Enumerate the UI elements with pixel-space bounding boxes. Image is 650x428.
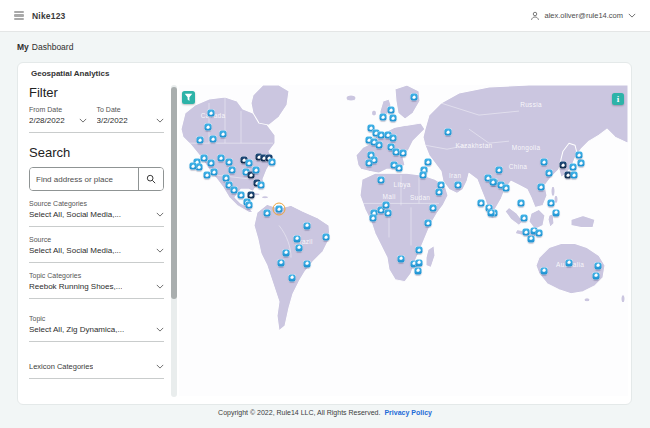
tweet-marker[interactable] — [197, 137, 204, 144]
lexicon-categories-select[interactable]: Lexicon Categories — [29, 362, 164, 371]
tweet-marker[interactable] — [390, 114, 397, 121]
tweet-marker[interactable] — [518, 200, 525, 207]
tweet-marker[interactable] — [246, 160, 253, 167]
tweet-marker[interactable] — [559, 162, 566, 169]
tweet-marker[interactable] — [523, 229, 530, 236]
tweet-marker[interactable] — [528, 235, 535, 242]
tweet-marker[interactable] — [223, 175, 230, 182]
map-info-button[interactable]: i — [612, 93, 624, 105]
tweet-marker[interactable] — [537, 184, 544, 191]
tweet-marker[interactable] — [496, 167, 503, 174]
tweet-marker[interactable] — [230, 187, 237, 194]
tweet-marker[interactable] — [520, 215, 527, 222]
tweet-marker[interactable] — [566, 259, 573, 266]
tweet-marker[interactable] — [419, 172, 426, 179]
tweet-marker[interactable] — [365, 160, 372, 167]
tweet-marker[interactable] — [303, 222, 310, 229]
tweet-marker[interactable] — [416, 247, 423, 254]
tweet-marker[interactable] — [294, 235, 301, 242]
tweet-marker[interactable] — [541, 159, 548, 166]
tweet-marker[interactable] — [189, 163, 196, 170]
tweet-marker[interactable] — [207, 160, 214, 167]
tweet-marker[interactable] — [387, 107, 394, 114]
tweet-marker[interactable] — [425, 220, 432, 227]
tweet-marker[interactable] — [289, 274, 296, 281]
tweet-marker[interactable] — [264, 210, 271, 217]
to-date-select[interactable]: 3/2/2022 — [97, 116, 165, 125]
tweet-marker[interactable] — [454, 182, 461, 189]
breadcrumb: My Dashboard — [17, 33, 73, 61]
tweet-marker[interactable] — [390, 135, 397, 142]
tweet-marker[interactable] — [258, 182, 265, 189]
tweet-marker[interactable] — [384, 210, 391, 217]
tweet-marker[interactable] — [276, 206, 283, 213]
tweet-marker[interactable] — [207, 109, 214, 116]
topic-select[interactable]: Select All, Zig Dynamica,... — [29, 325, 164, 334]
tweet-marker[interactable] — [379, 114, 386, 121]
tweet-marker[interactable] — [414, 267, 421, 274]
tweet-marker[interactable] — [205, 123, 212, 130]
tweet-marker[interactable] — [397, 255, 404, 262]
tweet-marker[interactable] — [392, 149, 399, 156]
tweet-marker[interactable] — [570, 164, 577, 171]
tweet-marker[interactable] — [252, 167, 259, 174]
tweet-marker[interactable] — [536, 230, 543, 237]
tweet-marker[interactable] — [400, 150, 407, 157]
user-menu[interactable]: alex.oliver@rule14.com — [530, 11, 636, 21]
tweet-marker[interactable] — [203, 172, 210, 179]
tweet-marker[interactable] — [246, 202, 253, 209]
tweet-marker[interactable] — [210, 136, 217, 143]
tweet-marker[interactable] — [303, 260, 310, 267]
tweet-marker[interactable] — [220, 131, 227, 138]
tweet-marker[interactable] — [488, 209, 495, 216]
tweet-marker[interactable] — [548, 200, 555, 207]
tweet-marker[interactable] — [430, 205, 437, 212]
topic-categories-select[interactable]: Reebok Running Shoes,... — [29, 282, 164, 291]
tweet-marker[interactable] — [577, 160, 584, 167]
world-map[interactable]: CanadaRussiaMongoliaChinaKazakhstanIranL… — [179, 85, 628, 396]
tweet-marker[interactable] — [201, 155, 208, 162]
tweet-marker[interactable] — [593, 272, 600, 279]
tweet-marker[interactable] — [369, 215, 376, 222]
search-input[interactable] — [30, 168, 138, 190]
tweet-marker[interactable] — [322, 234, 329, 241]
scrollbar-thumb[interactable] — [171, 87, 177, 299]
privacy-policy-link[interactable]: Privacy Policy — [384, 409, 431, 416]
tweet-marker[interactable] — [416, 259, 423, 266]
tweet-marker[interactable] — [571, 172, 578, 179]
divider — [29, 226, 164, 227]
tweet-marker[interactable] — [396, 165, 403, 172]
tweet-marker[interactable] — [282, 249, 289, 256]
tweet-marker[interactable] — [444, 129, 451, 136]
source-categories-select[interactable]: Select All, Social Media,... — [29, 210, 164, 219]
tweet-marker[interactable] — [218, 155, 225, 162]
tweet-marker[interactable] — [541, 267, 548, 274]
from-date-select[interactable]: 2/28/2022 — [29, 116, 97, 125]
tweet-marker[interactable] — [576, 152, 583, 159]
tweet-marker[interactable] — [237, 192, 244, 199]
tweet-marker[interactable] — [382, 202, 389, 209]
tweet-marker[interactable] — [375, 142, 382, 149]
tweet-marker[interactable] — [378, 177, 385, 184]
map-filter-button[interactable] — [182, 91, 195, 104]
tweet-marker[interactable] — [502, 185, 509, 192]
tweet-marker[interactable] — [553, 209, 560, 216]
tweet-marker[interactable] — [425, 159, 432, 166]
tweet-marker[interactable] — [277, 259, 284, 266]
tweet-marker[interactable] — [545, 170, 552, 177]
tweet-marker[interactable] — [228, 167, 235, 174]
menu-icon[interactable] — [14, 11, 24, 20]
tweet-marker[interactable] — [594, 262, 601, 269]
lexicon-categories-field: Lexicon Categories — [29, 362, 164, 379]
tweet-marker[interactable] — [478, 200, 485, 207]
tweet-marker[interactable] — [196, 164, 203, 171]
tweet-marker[interactable] — [489, 179, 496, 186]
tweet-marker[interactable] — [268, 159, 275, 166]
source-select[interactable]: Select All, Social Media,... — [29, 246, 164, 255]
tweet-marker[interactable] — [225, 159, 232, 166]
tweet-marker[interactable] — [435, 189, 442, 196]
tweet-marker[interactable] — [410, 94, 417, 101]
search-button[interactable] — [138, 168, 163, 190]
tweet-marker[interactable] — [295, 244, 302, 251]
tweet-marker[interactable] — [211, 169, 218, 176]
